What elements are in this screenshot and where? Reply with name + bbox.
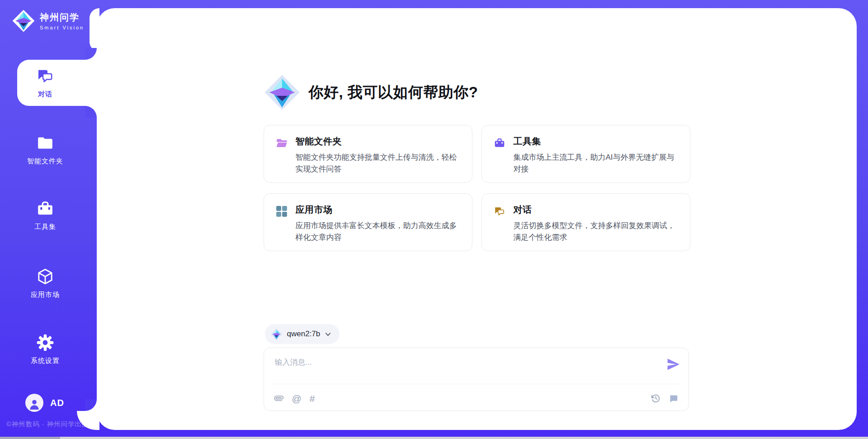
- briefcase-icon: [494, 137, 505, 149]
- person-icon: [28, 398, 40, 410]
- history-icon[interactable]: [651, 393, 661, 403]
- sidebar-item-label: 系统设置: [0, 357, 90, 365]
- diamond-logo-icon: [270, 328, 283, 340]
- sidebar-item-smart-folder[interactable]: 智能文件夹: [0, 134, 90, 166]
- model-selector[interactable]: qwen2:7b: [265, 324, 340, 344]
- hash-topic-icon[interactable]: #: [310, 394, 315, 403]
- avatar: [25, 394, 43, 412]
- chevron-down-icon: [325, 331, 331, 338]
- greeting-text: 你好, 我可以如何帮助你?: [309, 82, 478, 103]
- chat-icon: [494, 205, 505, 217]
- paperclip-icon[interactable]: [274, 393, 284, 403]
- sidebar-item-settings[interactable]: 系统设置: [0, 334, 90, 365]
- briefcase-icon: [36, 200, 54, 218]
- send-icon[interactable]: [666, 357, 680, 372]
- card-description: 集成市场上主流工具，助力AI与外界无缝扩展与对接: [514, 152, 678, 176]
- cube-icon: [36, 267, 54, 286]
- card-description: 智能文件夹功能支持批量文件上传与清洗，轻松实现文件问答: [296, 152, 460, 176]
- card-title: 智能文件夹: [296, 135, 460, 148]
- sidebar-item-app-market[interactable]: 应用市场: [0, 267, 90, 299]
- brand-logo: 神州问学 Smart Vision: [12, 9, 84, 33]
- sidebar-item-chat[interactable]: 对话: [0, 67, 90, 99]
- folder-icon: [36, 134, 54, 152]
- card-toolkit[interactable]: 工具集 集成市场上主流工具，助力AI与外界无缝扩展与对接: [481, 125, 690, 183]
- sidebar-item-label: 应用市场: [0, 291, 90, 299]
- card-smart-folder[interactable]: 智能文件夹 智能文件夹功能支持批量文件上传与清洗，轻松实现文件问答: [264, 125, 472, 183]
- scrollbar-thumb[interactable]: [0, 437, 60, 439]
- feature-cards: 智能文件夹 智能文件夹功能支持批量文件上传与清洗，轻松实现文件问答 工具集 集成…: [264, 125, 690, 251]
- composer-divider: [272, 384, 678, 384]
- chat-icon: [36, 67, 54, 85]
- sidebar-item-toolkit[interactable]: 工具集: [0, 200, 90, 231]
- user-name: AD: [50, 398, 64, 408]
- hero-greeting: 你好, 我可以如何帮助你?: [264, 74, 478, 111]
- diamond-logo-icon: [264, 74, 301, 111]
- sidebar-item-label: 对话: [0, 90, 90, 99]
- sidebar-item-label: 智能文件夹: [0, 157, 90, 166]
- message-input[interactable]: [275, 357, 655, 381]
- composer-toolbar: @ #: [274, 390, 679, 406]
- copyright-footer: ©神州数码 · 神州问学出品: [6, 420, 89, 429]
- card-title: 对话: [514, 204, 678, 216]
- card-description: 灵活切换多模型文件，支持多样回复效果调试，满足个性化需求: [514, 220, 678, 244]
- gear-icon: [36, 334, 54, 352]
- card-description: 应用市场提供丰富长文本模板，助力高效生成多样化文章内容: [296, 220, 460, 244]
- brand-name: 神州问学: [40, 11, 84, 24]
- model-name: qwen2:7b: [287, 329, 321, 339]
- user-account[interactable]: AD: [25, 394, 64, 412]
- brand-tagline: Smart Vision: [40, 25, 84, 30]
- card-chat[interactable]: 对话 灵活切换多模型文件，支持多样回复效果调试，满足个性化需求: [481, 193, 690, 251]
- card-title: 应用市场: [296, 204, 460, 216]
- sidebar: 神州问学 Smart Vision 对话 智能文件夹 工具集 应用市场: [0, 0, 97, 439]
- horizontal-scrollbar[interactable]: [0, 437, 868, 439]
- message-composer: @ #: [264, 348, 689, 411]
- diamond-logo-icon: [12, 9, 35, 33]
- chat-bubble-icon[interactable]: [669, 393, 679, 403]
- grid-cube-icon: [276, 205, 288, 217]
- sidebar-item-label: 工具集: [0, 223, 90, 231]
- at-mention-icon[interactable]: @: [292, 394, 302, 403]
- card-app-market[interactable]: 应用市场 应用市场提供丰富长文本模板，助力高效生成多样化文章内容: [264, 193, 472, 251]
- card-title: 工具集: [514, 135, 678, 148]
- folder-open-icon: [276, 137, 288, 149]
